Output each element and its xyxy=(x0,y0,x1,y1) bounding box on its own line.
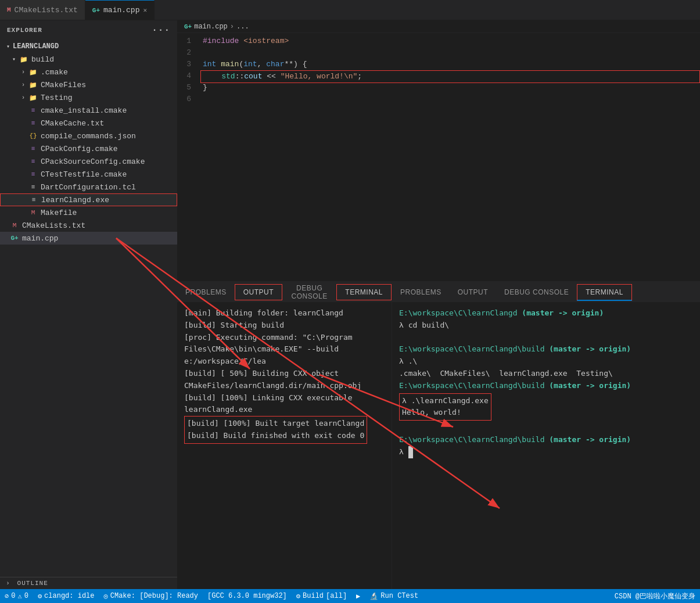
tab-cmakelists[interactable]: M CMakeLists.txt xyxy=(0,0,85,20)
tab-terminal-problems[interactable]: PROBLEMS xyxy=(392,285,450,300)
cmakelists-root-label: CMakeLists.txt xyxy=(22,221,85,230)
sidebar-item-learnclangd-exe[interactable]: ≡ learnClangd.exe xyxy=(0,193,177,206)
cpackconfig-icon: ≡ xyxy=(28,145,38,152)
tab-terminal-main[interactable]: TERMINAL xyxy=(577,284,632,301)
output-line-6: [build] [100%] Built target learnClangd xyxy=(187,418,364,430)
dotcmake-label: .cmake xyxy=(41,68,68,77)
output-line-2: [build] Starting build xyxy=(184,320,385,332)
makefile-label: Makefile xyxy=(41,209,77,217)
sidebar-item-ctestfile[interactable]: ≡ CTestTestfile.cmake xyxy=(0,168,177,181)
line-num-2: 2 xyxy=(177,47,200,59)
testing-label: Testing xyxy=(41,94,73,102)
breadcrumb-more: ... xyxy=(236,23,249,31)
tab-close-icon[interactable]: ✕ xyxy=(143,6,147,14)
dart-icon: ≡ xyxy=(28,184,38,191)
status-run-ctest[interactable]: 🔬 Run CTest xyxy=(369,592,418,601)
play-icon: ▶ xyxy=(356,592,360,601)
tab-icon-m: M xyxy=(7,6,11,13)
cmakefiles-label: CMakeFiles xyxy=(41,81,86,89)
term-line-1: E:\workspace\C\learnClangd (master -> or… xyxy=(399,307,693,320)
exe-icon: ≡ xyxy=(28,196,39,203)
term-line-12: λ xyxy=(399,446,693,458)
cpacksource-label: CPackSourceConfig.cmake xyxy=(41,157,145,166)
bottom-panel: PROBLEMS OUTPUT DEBUG CONSOLE TERMINAL [… xyxy=(177,281,700,589)
sidebar-item-cmake-install[interactable]: ≡ cmake_install.cmake xyxy=(0,104,177,117)
tab-output[interactable]: OUTPUT xyxy=(235,284,282,300)
sidebar-item-dotcmake[interactable]: › 📁 .cmake xyxy=(0,66,177,78)
outline-label: OUTLINE xyxy=(17,580,48,587)
output-line-7: [build] Build finished with exit code 0 xyxy=(187,430,364,442)
cmakecache-label: CMakeCache.txt xyxy=(41,119,104,128)
sidebar-more-icon[interactable]: ··· xyxy=(152,25,170,35)
sidebar-item-cmakecache[interactable]: ≡ CMakeCache.txt xyxy=(0,117,177,130)
breadcrumb: G+ main.cpp › ... xyxy=(177,20,700,33)
terminal-boxed: λ .\learnClangd.exe Hello, world! xyxy=(399,393,491,421)
term-line-8: λ .\learnClangd.exe xyxy=(402,395,489,407)
outline-arrow: › xyxy=(3,580,13,587)
cpacksource-icon: ≡ xyxy=(28,158,38,165)
sidebar-item-cpackconfig[interactable]: ≡ CPackConfig.cmake xyxy=(0,142,177,155)
compile-commands-label: compile_commands.json xyxy=(41,132,136,141)
line-content-5: } xyxy=(200,82,700,94)
compile-commands-icon: {} xyxy=(28,132,38,139)
maincpp-label: main.cpp xyxy=(22,234,58,243)
code-line-6: 6 xyxy=(177,94,700,105)
ctestfile-label: CTestTestfile.cmake xyxy=(41,170,127,179)
sidebar-item-cmakelists-root[interactable]: M CMakeLists.txt xyxy=(0,219,177,232)
tab-maincpp[interactable]: G+ main.cpp ✕ xyxy=(85,0,155,20)
tab-problems[interactable]: PROBLEMS xyxy=(177,285,235,300)
term-line-9: Hello, world! xyxy=(402,407,489,419)
cmakecache-icon: ≡ xyxy=(28,120,38,127)
makefile-icon: M xyxy=(28,209,38,216)
maincpp-icon: G+ xyxy=(9,235,20,242)
terminal-panel-tabs: PROBLEMS OUTPUT DEBUG CONSOLE TERMINAL xyxy=(392,282,700,303)
status-bar: ⊘ 0 ⚠ 0 ⚙ clangd: idle ◎ CMake: [Debug]:… xyxy=(0,589,700,603)
sidebar-item-build[interactable]: ▾ 📁 build xyxy=(0,53,177,66)
status-errors: ⊘ 0 ⚠ 0 xyxy=(5,592,28,601)
term-line-6: .cmake\ CMakeFiles\ learnClangd.exe Test… xyxy=(399,368,693,380)
output-panel-content: [main] Building folder: learnClangd [bui… xyxy=(177,303,392,589)
output-panel-tabs: PROBLEMS OUTPUT DEBUG CONSOLE TERMINAL xyxy=(177,282,392,303)
tab-icon-g: G+ xyxy=(92,7,100,14)
term-line-5: λ .\ xyxy=(399,356,693,368)
status-build[interactable]: ⚙ Build [all] xyxy=(296,592,347,601)
tab-debug-console[interactable]: DEBUG CONSOLE xyxy=(282,281,336,304)
build-icon: ⚙ xyxy=(296,592,300,601)
cmakefiles-arrow: › xyxy=(19,82,28,88)
line-num-3: 3 xyxy=(177,59,200,70)
sidebar-item-makefile[interactable]: M Makefile xyxy=(0,206,177,219)
dotcmake-arrow: › xyxy=(19,69,28,76)
sidebar-item-cmakefiles[interactable]: › 📁 CMakeFiles xyxy=(0,78,177,91)
tab-maincpp-label: main.cpp xyxy=(103,6,139,15)
cmakelists-icon: M xyxy=(9,222,20,229)
cpackconfig-label: CPackConfig.cmake xyxy=(41,145,118,153)
build-label: build xyxy=(31,55,54,64)
sidebar-root[interactable]: ▾ LEARNCLANGD xyxy=(0,40,177,53)
sidebar-item-compile-commands[interactable]: {} compile_commands.json xyxy=(0,130,177,142)
term-line-2: λ cd build\ xyxy=(399,320,693,332)
testing-icon: 📁 xyxy=(28,94,38,102)
output-line-5: [build] [100%] Linking CXX executable le… xyxy=(184,392,385,417)
output-line-3: [proc] Executing command: "C:\Program Fi… xyxy=(184,332,385,368)
cmake-install-label: cmake_install.cmake xyxy=(41,106,127,115)
outline-section[interactable]: › OUTLINE xyxy=(0,577,177,589)
sidebar-item-cpacksource[interactable]: ≡ CPackSourceConfig.cmake xyxy=(0,155,177,168)
status-icon: ⚙ xyxy=(38,592,42,601)
breadcrumb-file: main.cpp xyxy=(194,23,228,31)
sidebar-item-maincpp[interactable]: G+ main.cpp xyxy=(0,232,177,245)
terminal-panel: PROBLEMS OUTPUT DEBUG CONSOLE TERMINAL E… xyxy=(392,282,700,589)
tab-terminal-output[interactable]: OUTPUT xyxy=(450,285,496,300)
sidebar-item-dart[interactable]: ≡ DartConfiguration.tcl xyxy=(0,181,177,193)
error-icon: ⊘ xyxy=(5,592,9,601)
tab-terminal-output[interactable]: TERMINAL xyxy=(336,284,392,300)
cmake-install-icon: ≡ xyxy=(28,107,38,114)
status-play[interactable]: ▶ xyxy=(356,592,360,601)
term-line-4: E:\workspace\C\learnClangd\build (master… xyxy=(399,343,693,356)
status-right: CSDN @巴啦啦小魔仙变身 xyxy=(615,591,695,601)
sidebar-item-testing[interactable]: › 📁 Testing xyxy=(0,91,177,104)
testing-arrow: › xyxy=(19,95,28,101)
tab-terminal-debug[interactable]: DEBUG CONSOLE xyxy=(496,285,577,300)
exe-label: learnClangd.exe xyxy=(41,196,109,204)
breadcrumb-sep: › xyxy=(230,23,234,31)
right-text: CSDN @巴啦啦小魔仙变身 xyxy=(615,591,695,601)
